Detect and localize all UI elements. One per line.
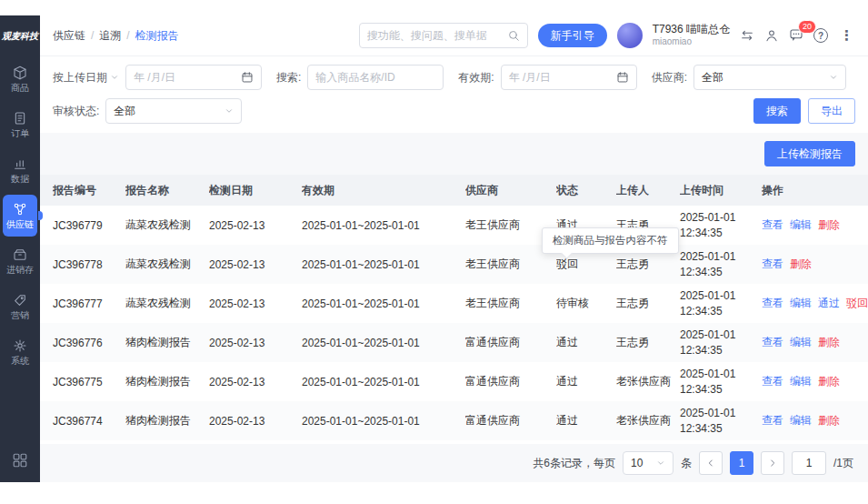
upload-report-button[interactable]: 上传检测报告 [764, 141, 855, 166]
view-action[interactable]: 查看 [762, 257, 783, 272]
guide-button[interactable]: 新手引导 [538, 24, 607, 47]
edit-action[interactable]: 编辑 [790, 374, 812, 389]
total-pages: /1页 [833, 456, 853, 471]
validity-cell: 2025-01-01~2025-01-01 [302, 337, 465, 349]
view-action[interactable]: 查看 [762, 217, 783, 233]
chevron-down-icon [110, 73, 119, 82]
validity-date-input[interactable]: 年 /月/日 [501, 65, 637, 90]
search-icon[interactable] [507, 29, 520, 42]
product-search-input[interactable] [307, 65, 444, 90]
switch-store-icon[interactable] [740, 28, 754, 43]
test-date-cell: 2025-02-13 [209, 376, 302, 388]
actions-cell: 查看编辑删除 [762, 374, 855, 389]
reject-action[interactable]: 驳回 [846, 296, 868, 311]
global-search-input[interactable] [367, 29, 502, 42]
audit-status-select[interactable]: 全部 [105, 98, 242, 124]
approve-action[interactable]: 通过 [818, 296, 840, 311]
apps-grid-icon[interactable] [12, 452, 28, 469]
sidebar-item-label: 系统 [11, 357, 29, 366]
delete-action[interactable]: 删除 [818, 374, 840, 389]
edit-action[interactable]: 编辑 [790, 335, 812, 350]
upload-time-cell: 2025-01-0112:34:35 [680, 210, 762, 241]
view-action[interactable]: 查看 [762, 374, 783, 389]
search-button[interactable]: 搜索 [753, 98, 801, 124]
page-number-button[interactable]: 1 [730, 451, 753, 475]
delete-action[interactable]: 删除 [818, 335, 840, 350]
sidebar-item-system[interactable]: 系统 [3, 331, 37, 373]
table-row: JC396777蔬菜农残检测2025-02-132025-01-01~2025-… [40, 284, 868, 323]
upload-time-cell: 2025-01-0112:34:35 [680, 367, 762, 398]
edit-action[interactable]: 编辑 [790, 296, 812, 311]
gear-icon [13, 338, 27, 353]
top-bar: 供应链/追溯/检测报告 新手引导 T7936 喵喵总仓 miaomiao 20 [40, 15, 868, 56]
edit-action[interactable]: 编辑 [790, 217, 812, 233]
calendar-icon [616, 71, 629, 84]
report-id-cell: JC396775 [53, 376, 125, 388]
tenant-account: miaomiao [653, 36, 730, 48]
more-icon[interactable]: ⋮ [838, 27, 855, 44]
export-button[interactable]: 导出 [808, 98, 855, 124]
view-action[interactable]: 查看 [762, 335, 783, 350]
sidebar-item-orders[interactable]: 订单 [3, 104, 37, 146]
report-id-cell: JC396776 [53, 337, 125, 349]
reject-reason-text: 检测商品与报告内容不符 [553, 235, 668, 246]
sidebar-item-inventory[interactable]: 进销存 [3, 240, 37, 282]
breadcrumb-item[interactable]: 追溯 [99, 28, 121, 44]
validity-cell: 2025-01-01~2025-01-01 [302, 415, 465, 428]
upload-date-label-text: 按上传日期 [53, 70, 107, 86]
delete-action[interactable]: 删除 [818, 217, 840, 233]
document-icon [13, 111, 27, 126]
validity-date-placeholder: 年 /月/日 [509, 70, 551, 86]
delete-action[interactable]: 删除 [818, 413, 840, 428]
pagination: 共6条记录，每页 10 条 1 /1页 [40, 444, 868, 482]
prev-page-button[interactable] [699, 451, 723, 475]
column-header: 状态 [556, 183, 616, 198]
delete-action[interactable]: 删除 [790, 257, 812, 272]
filter-row-2: 审核状态: 全部 搜索 导出 [53, 98, 855, 124]
edit-action[interactable]: 编辑 [790, 413, 812, 428]
filter-row-1: 按上传日期 年 /月/日 搜索: 有效期: 年 /月/日 供应商: [53, 65, 855, 90]
chevron-left-icon [705, 458, 716, 469]
upload-time-cell: 2025-01-0112:34:35 [680, 288, 762, 319]
user-icon[interactable] [764, 28, 779, 43]
page-jump-input[interactable] [792, 451, 826, 475]
supplier-cell: 老王供应商 [465, 257, 556, 272]
app-logo: 观麦科技 [2, 15, 38, 56]
next-page-button[interactable] [761, 451, 784, 475]
avatar[interactable] [617, 23, 643, 48]
column-header: 检测日期 [209, 183, 302, 198]
upload-date-filter-label[interactable]: 按上传日期 [53, 70, 119, 86]
page-size-select[interactable]: 10 [623, 451, 673, 475]
message-badge: 20 [798, 20, 816, 34]
filter-panel: 按上传日期 年 /月/日 搜索: 有效期: 年 /月/日 供应商: [40, 56, 868, 133]
uploader-cell: 王志勇 [616, 335, 680, 350]
sidebar-item-marketing[interactable]: 营销 [3, 286, 37, 328]
search-filter-label: 搜索: [276, 70, 301, 86]
upload-date-input[interactable]: 年 /月/日 [125, 65, 262, 90]
messages-button[interactable]: 20 [789, 27, 803, 45]
column-header: 供应商 [465, 183, 556, 198]
supplier-select[interactable]: 全部 [693, 65, 846, 90]
sidebar-item-label: 订单 [11, 129, 29, 138]
main-area: 供应链/追溯/检测报告 新手引导 T7936 喵喵总仓 miaomiao 20 [40, 15, 868, 482]
report-name-cell: 蔬菜农残检测 [125, 257, 209, 272]
sidebar-item-goods[interactable]: 商品 [3, 58, 37, 100]
sidebar: 观麦科技 商品订单数据供应链进销存营销系统 [0, 15, 40, 482]
test-date-cell: 2025-02-13 [209, 258, 302, 271]
link-icon [13, 202, 27, 217]
report-id-cell: JC396779 [53, 219, 125, 232]
view-action[interactable]: 查看 [762, 296, 783, 311]
report-name-cell: 蔬菜农残检测 [125, 217, 209, 233]
column-header: 上传人 [616, 183, 680, 198]
actions-cell: 查看编辑删除 [762, 413, 855, 428]
column-header: 报告名称 [125, 183, 209, 198]
breadcrumb-separator: / [126, 29, 129, 42]
breadcrumb-item[interactable]: 供应链 [53, 28, 85, 44]
global-search [359, 23, 528, 48]
sidebar-item-data[interactable]: 数据 [3, 149, 37, 191]
help-icon[interactable]: ? [813, 28, 828, 43]
sidebar-item-supply-chain[interactable]: 供应链 [3, 195, 37, 237]
view-action[interactable]: 查看 [762, 413, 783, 428]
box-icon [13, 66, 27, 80]
report-id-cell: JC396778 [53, 258, 125, 271]
